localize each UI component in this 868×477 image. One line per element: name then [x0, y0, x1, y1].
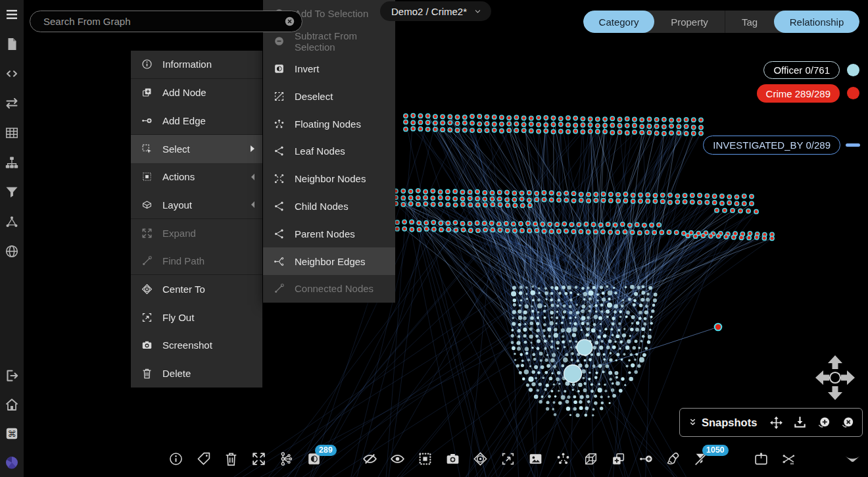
documents-icon[interactable]: [4, 36, 20, 52]
share-icon: [273, 200, 285, 213]
path-icon: [141, 255, 153, 267]
tool-pin-board[interactable]: [753, 451, 769, 467]
menu-item-deselect[interactable]: Deselect: [263, 82, 395, 110]
import-export-icon[interactable]: [4, 95, 20, 111]
filters-icon[interactable]: [4, 184, 20, 200]
tool-information[interactable]: [168, 451, 184, 467]
menu-item-label: Actions: [162, 171, 195, 182]
menu-item-child-nodes[interactable]: Child Nodes: [263, 193, 395, 220]
menu-item-parent-nodes[interactable]: Parent Nodes: [263, 220, 395, 247]
nav-center-circle[interactable]: [830, 372, 840, 383]
menu-item-label: Center To: [162, 284, 205, 295]
tool-floating-nodes[interactable]: [555, 451, 571, 467]
share-icon: [273, 228, 285, 240]
menu-item-floating-nodes[interactable]: Floating Nodes: [263, 110, 395, 138]
legend-officer-badge[interactable]: Officer 0/761: [763, 61, 840, 79]
snapshots-title: Snapshots: [702, 416, 757, 429]
count-badge: 289: [315, 445, 337, 456]
tool-invert-selection[interactable]: 289: [306, 451, 322, 467]
search-input[interactable]: [42, 15, 283, 28]
menu-item-fly-out[interactable]: Fly Out: [131, 303, 262, 332]
menu-item-screenshot[interactable]: Screenshot: [131, 332, 262, 360]
menu-item-add-node[interactable]: Add Node: [131, 79, 262, 107]
data-table-icon[interactable]: [4, 125, 20, 141]
remove-snapshot-button[interactable]: [840, 415, 855, 430]
home-icon[interactable]: [4, 397, 20, 413]
tool-expand[interactable]: [251, 451, 267, 467]
menu-item-center-to[interactable]: Center To: [131, 275, 262, 303]
logout-icon[interactable]: [4, 368, 20, 384]
menu-item-label: Screenshot: [162, 339, 212, 351]
camera-nav-pad: [810, 353, 860, 407]
menu-item-layout[interactable]: Layout: [131, 191, 262, 219]
tool-screenshot[interactable]: [445, 451, 461, 467]
move-snapshot-button[interactable]: [769, 415, 784, 430]
tab-relationship[interactable]: Relationship: [774, 11, 859, 33]
tool-area-select[interactable]: [417, 451, 433, 467]
menu-item-neighbor-nodes[interactable]: Neighbor Nodes: [263, 165, 395, 193]
tool-clear-filter[interactable]: 1050: [693, 451, 710, 467]
menu-item-connected-nodes: Connected Nodes: [263, 275, 395, 303]
tool-hide-elements[interactable]: [362, 451, 378, 467]
legend-crime-badge[interactable]: Crime 289/289: [757, 84, 840, 103]
tab-tag[interactable]: Tag: [725, 11, 774, 33]
menu-item-label: Connected Nodes: [295, 283, 374, 294]
tab-category[interactable]: Category: [583, 11, 654, 33]
app-logo-icon[interactable]: [4, 455, 20, 470]
graph-canvas[interactable]: [0, 0, 868, 477]
tool-tag[interactable]: [195, 451, 212, 467]
menu-item-actions[interactable]: Actions: [131, 163, 262, 191]
tool-image[interactable]: [527, 451, 544, 467]
nav-down-arrow[interactable]: [828, 386, 842, 400]
menu-item-neighbor-edges[interactable]: Neighbor Edges: [263, 247, 395, 275]
submenu-right-arrow-icon: [251, 145, 254, 152]
tool-expand-graph[interactable]: [278, 451, 295, 467]
menu-item-information[interactable]: Information: [131, 51, 262, 79]
tool-delete[interactable]: [223, 451, 239, 467]
menu-item-label: Subtract From Selection: [295, 30, 387, 53]
tab-property[interactable]: Property: [654, 11, 725, 33]
select-icon: [141, 143, 153, 155]
tool-show-elements[interactable]: [389, 451, 406, 467]
tool-cube-layout[interactable]: [583, 451, 599, 467]
web-icon[interactable]: [4, 243, 20, 259]
download-snapshot-button[interactable]: [792, 415, 808, 430]
shortcuts-icon[interactable]: ⌘: [4, 426, 20, 441]
tool-fly-out[interactable]: [500, 451, 516, 467]
info-icon: [141, 58, 153, 70]
nav-up-arrow[interactable]: [828, 355, 842, 369]
clear-search-icon[interactable]: [283, 15, 296, 28]
center-icon: [141, 283, 153, 295]
menu-item-leaf-nodes[interactable]: Leaf Nodes: [263, 138, 395, 165]
menu-item-invert[interactable]: Invert: [263, 55, 395, 83]
collapse-chevrons-icon[interactable]: [687, 417, 698, 428]
workspace-selector[interactable]: Demo2 / Crime2*: [380, 1, 491, 21]
menu-item-select[interactable]: Select: [131, 135, 262, 163]
tool-pitch-down[interactable]: [844, 451, 861, 467]
circle-minus-icon: [273, 35, 285, 47]
graph-view-icon[interactable]: [4, 214, 20, 230]
menu-item-label: Fly Out: [162, 312, 194, 323]
count-badge: 1050: [702, 445, 729, 456]
left-sidebar: ⌘: [0, 0, 24, 477]
menu-item-label: Information: [162, 59, 212, 70]
menu-item-delete[interactable]: Delete: [131, 359, 262, 388]
tool-add-edge[interactable]: [638, 451, 654, 467]
menu-item-label: Select: [162, 143, 190, 155]
main-menu-icon[interactable]: [4, 7, 20, 22]
nav-right-arrow[interactable]: [841, 370, 855, 385]
tool-center-to[interactable]: [472, 451, 489, 467]
neighbor-edges-icon: [273, 255, 285, 268]
tool-clean-canvas[interactable]: [665, 451, 682, 467]
code-editor-icon[interactable]: [4, 66, 20, 82]
nav-left-arrow[interactable]: [815, 370, 829, 385]
legend-relationship-badge[interactable]: INVESTIGATED_BY 0/289: [703, 136, 840, 155]
menu-item-add-edge[interactable]: Add Edge: [131, 107, 262, 135]
add-snapshot-button[interactable]: [816, 415, 831, 430]
tool-cut-edges[interactable]: [781, 451, 797, 467]
hierarchy-icon[interactable]: [4, 155, 20, 170]
submenu-left-arrow-icon: [251, 201, 254, 208]
tool-add-node[interactable]: [610, 451, 627, 467]
menu-item-label: Neighbor Nodes: [295, 173, 366, 184]
invert-icon: [273, 63, 285, 75]
